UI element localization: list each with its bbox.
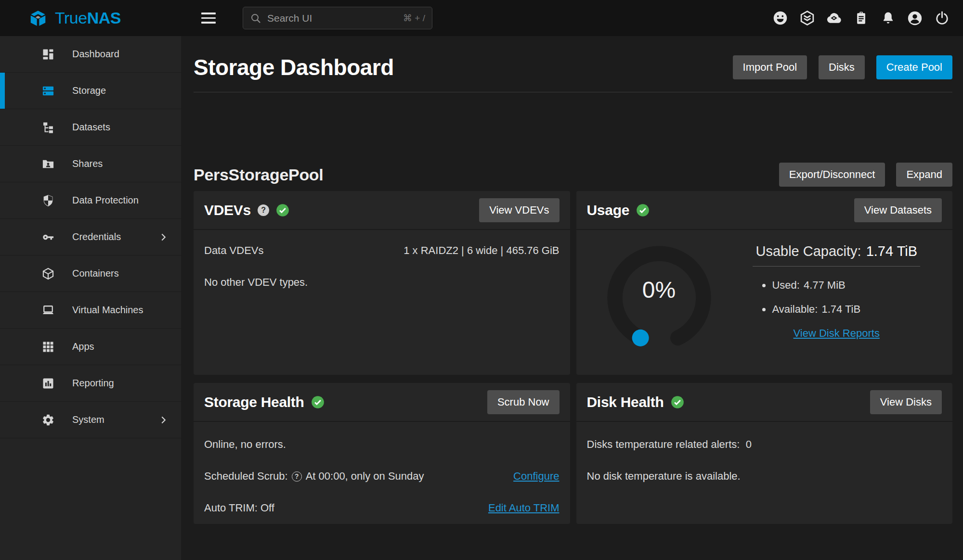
gear-icon [41,413,55,427]
pool-status: Online, no errors. [204,438,286,451]
storage-icon [41,84,55,98]
sidebar-item-label: Virtual Machines [72,305,143,316]
apps-grid-icon [41,340,55,354]
healthy-check-icon [311,395,325,409]
jobs-clipboard-icon[interactable] [850,8,872,29]
power-icon[interactable] [931,8,952,29]
laptop-icon [41,304,55,317]
create-pool-button[interactable]: Create Pool [876,55,952,79]
usage-card-title: Usage [587,202,630,218]
sidebar-item-label: Shares [72,158,103,169]
view-disks-button[interactable]: View Disks [870,390,942,414]
sidebar-item-label: Dashboard [72,49,119,60]
sidebar-item-label: Containers [72,268,119,279]
vdevs-note: No other VDEV types. [204,276,560,289]
view-datasets-button[interactable]: View Datasets [854,198,942,222]
datasets-icon [41,121,55,134]
auto-trim-row: Auto TRIM: Off Edit Auto TRIM [204,502,560,514]
bar-chart-icon [41,377,55,390]
topbar: TrueNAS ⌘ + / [0,0,963,36]
view-disk-reports-link[interactable]: View Disk Reports [794,327,880,339]
help-icon[interactable]: ? [258,204,269,216]
truecommand-icon[interactable] [796,8,818,29]
available-item: Available:1.74 TiB [772,303,920,316]
gauge-pointer-dot [632,330,649,346]
disk-alerts-value: 0 [746,438,752,450]
truenas-wordmark: TrueNAS [55,9,121,27]
auto-trim-label: Auto TRIM: Off [204,502,274,514]
alerts-bell-icon[interactable] [877,8,898,29]
sidebar-item-label: Credentials [72,231,121,242]
usable-capacity: Usable Capacity:1.74 TiB [753,243,920,267]
chevron-right-icon [158,232,169,242]
export-disconnect-button[interactable]: Export/Disconnect [779,163,885,187]
sidebar: Dashboard Storage Datasets Shares Data P… [0,36,181,560]
sidebar-item-shares[interactable]: Shares [0,146,181,182]
usage-gauge: 0% [587,237,731,356]
pool-status-row: Online, no errors. [204,438,560,451]
usable-capacity-label: Usable Capacity: [755,243,861,259]
storage-health-title: Storage Health [204,394,304,410]
package-icon [41,267,55,280]
view-vdevs-button[interactable]: View VDEVs [479,198,559,222]
disk-temp-note: No disk temperature is available. [587,470,741,483]
usage-card: Usage View Datasets 0% [576,191,953,375]
main-content: Storage Dashboard Import Pool Disks Crea… [181,36,963,560]
sidebar-item-label: Storage [72,85,106,96]
user-menu-icon[interactable] [904,8,925,29]
vdevs-card: VDEVs ? View VDEVs Data VDEVs 1 x RAIDZ2… [194,191,570,375]
disk-health-card: Disk Health View Disks Disks temperature… [576,383,953,524]
truenas-connect-cloud-icon[interactable] [823,8,845,29]
sidebar-item-storage[interactable]: Storage [0,73,181,109]
scheduled-scrub-label: Scheduled Scrub: [204,470,288,483]
expand-button[interactable]: Expand [896,163,952,187]
shield-icon [41,194,55,207]
usage-percent: 0% [642,277,676,303]
edit-auto-trim-link[interactable]: Edit Auto TRIM [488,502,560,514]
title-divider [194,92,952,92]
shares-icon [41,157,55,171]
storage-health-card: Storage Health Scrub Now Online, no erro… [194,383,570,524]
disk-health-title: Disk Health [587,394,664,410]
data-vdevs-label: Data VDEVs [204,244,264,257]
disk-temp-row: No disk temperature is available. [587,470,942,483]
sidebar-item-credentials[interactable]: Credentials [0,219,181,255]
help-icon[interactable]: ? [292,471,302,482]
sidebar-item-containers[interactable]: Containers [0,255,181,292]
configure-scrub-link[interactable]: Configure [513,470,559,483]
data-vdevs-value: 1 x RAIDZ2 | 6 wide | 465.76 GiB [403,244,559,257]
sidebar-item-datasets[interactable]: Datasets [0,109,181,146]
sidebar-item-virtual-machines[interactable]: Virtual Machines [0,292,181,329]
dashboard-icon [41,48,55,61]
sidebar-item-data-protection[interactable]: Data Protection [0,182,181,219]
topbar-icon-group [769,8,952,29]
page-title: Storage Dashboard [194,54,394,80]
disks-button[interactable]: Disks [819,55,865,79]
truenas-logo[interactable]: TrueNAS [0,9,181,27]
disk-alerts-label: Disks temperature related alerts: [587,438,740,450]
scheduled-scrub-value: At 00:00, only on Sunday [306,470,424,483]
sidebar-item-system[interactable]: System [0,402,181,438]
sidebar-item-label: Data Protection [72,195,139,206]
feedback-smiley-icon[interactable] [769,8,791,29]
healthy-check-icon [276,204,289,217]
sidebar-item-dashboard[interactable]: Dashboard [0,36,181,73]
usable-capacity-value: 1.74 TiB [866,243,917,259]
used-item: Used:4.77 MiB [772,279,920,292]
sidebar-item-label: Apps [72,341,94,352]
search-shortcut-hint: ⌘ + / [403,13,425,24]
search-input[interactable] [267,13,403,24]
key-icon [41,230,55,244]
pool-name: PersStoragePool [194,165,323,184]
search-icon [250,13,261,24]
sidebar-item-label: Reporting [72,378,114,389]
vdevs-card-title: VDEVs [204,202,251,218]
sidebar-item-reporting[interactable]: Reporting [0,365,181,402]
sidebar-toggle-hamburger-icon[interactable] [198,10,219,26]
global-search[interactable]: ⌘ + / [243,7,432,29]
sidebar-item-label: System [72,414,104,425]
import-pool-button[interactable]: Import Pool [733,55,807,79]
chevron-right-icon [158,415,169,425]
sidebar-item-apps[interactable]: Apps [0,329,181,365]
scrub-now-button[interactable]: Scrub Now [487,390,560,414]
